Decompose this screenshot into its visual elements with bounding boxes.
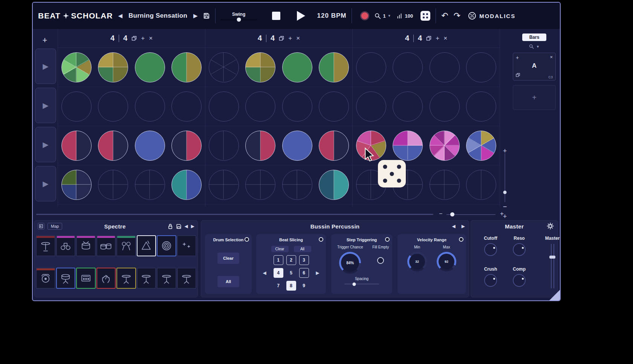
slice-number-3[interactable]: 3 xyxy=(299,255,309,265)
crush-knob[interactable] xyxy=(484,274,497,287)
beat-pad[interactable] xyxy=(282,52,312,82)
beat-pad[interactable] xyxy=(319,131,349,161)
quantize-control[interactable]: 1 ▼ xyxy=(375,13,391,19)
beat-pad[interactable] xyxy=(356,52,386,82)
beat-pad[interactable] xyxy=(319,91,349,122)
beat-pad[interactable] xyxy=(98,52,128,82)
prev-song-button[interactable]: ◀ xyxy=(118,12,122,19)
beat-pad[interactable] xyxy=(466,131,496,161)
beat-pad[interactable] xyxy=(245,91,275,122)
duplicate-bar-icon[interactable] xyxy=(516,72,520,79)
beat-pad[interactable] xyxy=(466,52,496,82)
collapse-panel-icon[interactable] xyxy=(38,223,44,230)
instrument-tile-gong[interactable] xyxy=(36,268,55,289)
add-bar-slot[interactable]: + xyxy=(513,85,556,110)
beat-pad[interactable] xyxy=(209,170,239,200)
time-signature-top[interactable]: 4 xyxy=(405,34,409,43)
drum-selection-clear-button[interactable]: Clear xyxy=(217,253,239,264)
cutoff-knob[interactable] xyxy=(484,243,497,256)
zoom-out-horizontal-button[interactable]: − xyxy=(439,210,442,217)
lock-icon[interactable] xyxy=(168,224,173,229)
instrument-tile-drummachine[interactable] xyxy=(76,268,96,289)
beat-pad[interactable] xyxy=(171,91,202,122)
beat-pad[interactable] xyxy=(61,131,92,161)
time-signature-bottom[interactable]: 4 xyxy=(123,34,127,43)
hscroll-track[interactable] xyxy=(36,214,433,215)
reso-knob[interactable] xyxy=(513,243,526,256)
duplicate-measure-icon[interactable] xyxy=(279,36,284,41)
spacing-slider[interactable] xyxy=(344,283,379,285)
instrument-tile-cymbal2[interactable] xyxy=(177,268,197,289)
add-measure-icon[interactable]: + xyxy=(288,35,292,41)
prev-preset-button[interactable]: ◀ xyxy=(452,224,456,229)
stop-button[interactable] xyxy=(272,12,280,20)
instrument-tile-cymbal2[interactable] xyxy=(116,268,136,289)
map-button[interactable]: Map xyxy=(47,223,62,230)
undo-icon[interactable]: ↶ xyxy=(441,12,448,20)
beat-pad[interactable] xyxy=(135,52,165,82)
beat-pad[interactable] xyxy=(430,131,460,161)
row-play-button[interactable]: ▶ xyxy=(35,127,56,162)
instrument-tile-drumpair[interactable] xyxy=(96,235,116,256)
beat-pad[interactable] xyxy=(209,52,239,82)
trigger-chance-knob[interactable]: 84% xyxy=(339,252,361,274)
time-signature-bottom[interactable]: 4 xyxy=(418,34,422,43)
velocity-min-knob[interactable]: 32 xyxy=(407,252,427,271)
chevron-down-icon[interactable]: ▼ xyxy=(536,45,540,49)
beat-slicing-all-button[interactable]: All xyxy=(294,246,311,252)
beat-pad[interactable] xyxy=(98,131,128,161)
prev-kit-button[interactable]: ◀ xyxy=(185,224,188,229)
slice-number-8[interactable]: 8 xyxy=(286,281,296,291)
beat-pad[interactable] xyxy=(393,52,423,82)
magnifier-icon[interactable] xyxy=(529,44,534,49)
master-volume-slider[interactable] xyxy=(551,244,554,288)
instrument-tile-cymbal2[interactable] xyxy=(157,268,176,289)
beat-pad[interactable] xyxy=(466,91,496,122)
play-button[interactable] xyxy=(297,11,305,21)
instrument-tile-clap[interactable] xyxy=(96,268,116,289)
bar-slot-a[interactable]: + × A C3 xyxy=(513,53,556,81)
beat-pad[interactable] xyxy=(209,91,239,122)
beat-pad[interactable] xyxy=(393,131,423,161)
dice-icon[interactable] xyxy=(420,11,430,21)
beat-pad[interactable] xyxy=(245,131,275,161)
time-signature-top[interactable]: 4 xyxy=(258,34,262,43)
time-signature-top[interactable]: 4 xyxy=(110,34,115,43)
add-row-button[interactable]: + xyxy=(40,35,50,46)
instrument-tile-snare[interactable] xyxy=(56,268,76,289)
instrument-tile-drumkit[interactable] xyxy=(56,235,76,256)
beat-pad[interactable] xyxy=(430,52,460,82)
step-triggering-toggle[interactable] xyxy=(385,237,390,242)
remove-measure-icon[interactable]: × xyxy=(149,35,153,41)
remove-measure-icon[interactable]: × xyxy=(443,35,447,41)
slice-number-7[interactable]: 7 xyxy=(274,281,283,291)
beat-pad[interactable] xyxy=(319,170,349,200)
prev-slice-page-button[interactable]: ◀ xyxy=(263,270,266,276)
velocity-meter-control[interactable]: 100 xyxy=(396,13,413,19)
remove-measure-icon[interactable]: × xyxy=(296,35,300,41)
chevron-down-icon[interactable]: ▼ xyxy=(388,14,391,18)
slice-number-2[interactable]: 2 xyxy=(286,255,296,265)
beat-pad[interactable] xyxy=(282,131,312,161)
instrument-tile-stars[interactable] xyxy=(177,235,197,256)
row-play-button[interactable]: ▶ xyxy=(35,49,56,84)
next-song-button[interactable]: ▶ xyxy=(193,12,198,19)
beat-pad[interactable] xyxy=(282,91,312,122)
zoom-in-horizontal-button[interactable]: + xyxy=(500,210,504,218)
save-icon[interactable] xyxy=(203,12,210,19)
beat-pad[interactable] xyxy=(135,131,165,161)
beat-pad[interactable] xyxy=(282,170,312,200)
instrument-tile-spiral[interactable] xyxy=(157,235,176,256)
time-signature-bottom[interactable]: 4 xyxy=(271,34,275,43)
next-kit-button[interactable]: ▶ xyxy=(191,224,194,229)
fill-empty-knob[interactable] xyxy=(377,257,384,264)
beat-pad[interactable] xyxy=(171,170,202,200)
slice-number-6[interactable]: 6 xyxy=(299,268,309,278)
hzoom-thumb[interactable] xyxy=(450,212,454,216)
redo-icon[interactable]: ↷ xyxy=(454,12,460,20)
beat-pad[interactable] xyxy=(171,52,202,82)
bars-toggle[interactable]: Bars xyxy=(522,34,546,41)
instrument-tile-cymbal2[interactable] xyxy=(137,268,156,289)
slice-number-5[interactable]: 5 xyxy=(286,268,296,278)
vertical-zoom-slider[interactable] xyxy=(505,153,505,202)
